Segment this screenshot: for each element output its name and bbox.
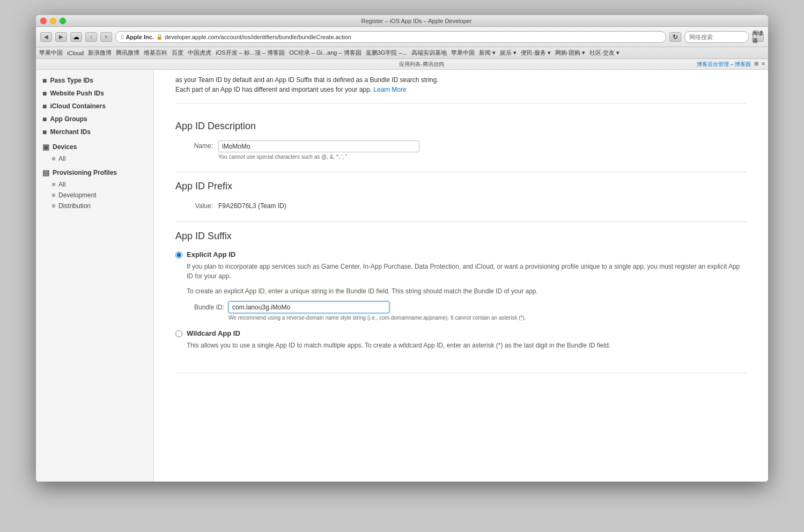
minimize-button[interactable] — [50, 18, 56, 24]
back-button[interactable]: ◀ — [40, 32, 52, 42]
explicit-desc1: If you plan to incorporate app services … — [187, 262, 747, 281]
bundle-id-input[interactable] — [228, 301, 389, 313]
bookmark-item[interactable]: 娱乐 ▾ — [500, 49, 517, 57]
explicit-radio[interactable] — [175, 252, 182, 258]
cloud-button[interactable]: ☁ — [70, 32, 82, 42]
info-bar-link[interactable]: 博客后台管理 – 博客园 — [697, 61, 751, 68]
explicit-option: Explicit App ID If you plan to incorpora… — [175, 250, 747, 321]
sidebar-item-provisioning-development[interactable]: Development — [36, 190, 153, 201]
maximize-button[interactable] — [60, 18, 66, 24]
bookmark-item[interactable]: 苹果中国 — [39, 49, 63, 57]
merchant-ids-icon: ■ — [42, 128, 47, 136]
name-input[interactable] — [218, 141, 419, 152]
bullet-icon — [52, 157, 55, 160]
value-field-row: Value: F9A26D76L3 (Team ID) — [175, 201, 747, 210]
sidebar-item-icloud-containers[interactable]: ■ iCloud Containers — [36, 100, 153, 113]
main-content: as your Team ID by default and an App ID… — [154, 70, 768, 482]
bookmark-item[interactable]: 中国虎虎 — [188, 49, 211, 57]
bundle-id-row: Bundle ID: — [187, 301, 747, 313]
sidebar-label-website-push-ids: Website Push IDs — [50, 90, 104, 97]
icloud-containers-icon: ■ — [42, 102, 47, 110]
titlebar: Register – iOS App IDs – Apple Developer — [36, 15, 768, 27]
bookmark-item[interactable]: 苹果中国 — [451, 49, 475, 57]
sidebar-item-pass-type-ids[interactable]: ■ Pass Type IDs — [36, 74, 153, 87]
bookmarks-bar: 苹果中国 iCloud 新浪微博 腾讯微博 维基百科 百度 中国虎虎 iOS开发… — [36, 47, 768, 59]
forward-button[interactable]: ▶ — [55, 32, 67, 42]
pass-type-ids-icon: ■ — [42, 76, 47, 85]
reader-button[interactable]: 阅读器 — [752, 32, 764, 42]
prefix-section: App ID Prefix Value: F9A26D76L3 (Team ID… — [175, 172, 747, 222]
website-push-ids-icon: ■ — [42, 89, 47, 98]
app-groups-icon: ■ — [42, 115, 47, 123]
bundle-id-hint: We recommend using a reverse-domain name… — [228, 315, 747, 321]
explicit-label: Explicit App ID — [187, 250, 747, 258]
bullet-icon — [52, 183, 55, 186]
sidebar: ■ Pass Type IDs ■ Website Push IDs ■ iCl… — [36, 70, 154, 482]
learn-more-link[interactable]: Learn More — [373, 86, 406, 93]
sidebar-label-app-groups: App Groups — [50, 115, 87, 123]
name-hint: You cannot use special characters such a… — [218, 154, 419, 160]
sidebar-item-provisioning-profiles[interactable]: ▤ Provisioning Profiles — [36, 166, 153, 179]
value-text: F9A26D76L3 (Team ID) — [218, 201, 286, 210]
bookmark-item[interactable]: 新闻 ▾ — [479, 49, 496, 57]
wildcard-content: Wildcard App ID This allows you to use a… — [187, 329, 747, 356]
bookmark-item[interactable]: 新浪微博 — [88, 49, 112, 57]
bookmark-item[interactable]: OC经承 – Gi...ang – 博客园 — [289, 49, 361, 57]
sidebar-label-merchant-ids: Merchant IDs — [50, 128, 90, 136]
suffix-section: App ID Suffix Explicit App ID If you pla… — [175, 222, 747, 373]
sidebar-item-devices[interactable]: ▣ Devices — [36, 141, 153, 153]
sidebar-label-pass-type-ids: Pass Type IDs — [50, 77, 93, 84]
sidebar-item-provisioning-all[interactable]: All — [36, 179, 153, 190]
bullet-icon — [52, 204, 55, 208]
description-title: App ID Description — [175, 121, 747, 132]
bookmark-item[interactable]: 社区·交友 ▾ — [589, 49, 619, 57]
value-label: Value: — [175, 201, 218, 210]
sidebar-item-provisioning-distribution[interactable]: Distribution — [36, 201, 153, 211]
devices-icon: ▣ — [42, 143, 49, 151]
sidebar-item-merchant-ids[interactable]: ■ Merchant IDs — [36, 125, 153, 138]
bookmark-item[interactable]: 维基百科 — [144, 49, 167, 57]
info-bar: 应用列表-腾讯信鸽 博客后台管理 – 博客园 ⊞ ≡ — [36, 59, 768, 70]
sidebar-label-devices-all: All — [58, 155, 65, 162]
add-tab-button[interactable]: + — [100, 32, 112, 42]
page-body: as your Team ID by default and an App ID… — [154, 70, 768, 389]
intro-text1: as your Team ID by default and an App ID… — [175, 76, 439, 84]
share-button[interactable]: ↑ — [85, 32, 97, 42]
bookmark-item[interactable]: iCloud — [67, 50, 84, 56]
refresh-button[interactable]: ↻ — [669, 32, 681, 42]
wildcard-radio[interactable] — [175, 330, 182, 337]
bookmark-item[interactable]: 高端实训基地 — [411, 49, 447, 57]
info-bar-right: 博客后台管理 – 博客园 ⊞ ≡ — [697, 61, 765, 68]
search-input[interactable] — [684, 31, 749, 43]
browser-window: Register – iOS App IDs – Apple Developer… — [36, 15, 768, 482]
prefix-title: App ID Prefix — [175, 181, 747, 192]
name-value-area: You cannot use special characters such a… — [218, 141, 419, 160]
sidebar-item-app-groups[interactable]: ■ App Groups — [36, 113, 153, 125]
sidebar-item-devices-all[interactable]: All — [36, 153, 153, 164]
close-button[interactable] — [40, 18, 47, 24]
sidebar-label-provisioning-distribution: Distribution — [58, 202, 91, 210]
bullet-icon — [52, 194, 55, 197]
bookmark-item[interactable]: 腾讯微博 — [116, 49, 139, 57]
apple-logo-icon:  — [121, 33, 123, 41]
bookmark-item[interactable]: 蓝鹏3G学院 –... — [366, 49, 407, 57]
url-text: developer.apple.com/account/ios/identifi… — [165, 34, 351, 40]
suffix-title: App ID Suffix — [175, 231, 747, 242]
description-section: App ID Description Name: You cannot use … — [175, 112, 747, 172]
sidebar-item-website-push-ids[interactable]: ■ Website Push IDs — [36, 87, 153, 100]
name-field-row: Name: You cannot use special characters … — [175, 141, 747, 160]
sidebar-label-icloud-containers: iCloud Containers — [50, 102, 105, 110]
name-label: Name: — [175, 141, 218, 150]
sidebar-label-provisioning-all: All — [58, 181, 65, 188]
explicit-content: Explicit App ID If you plan to incorpora… — [187, 250, 747, 321]
lock-icon: 🔒 — [156, 34, 163, 40]
info-settings-icon[interactable]: ≡ — [762, 61, 765, 68]
address-bar[interactable]:  Apple Inc. 🔒 developer.apple.com/accou… — [115, 31, 666, 43]
bookmark-item[interactable]: 便民·服务 ▾ — [521, 49, 551, 57]
bookmark-item[interactable]: iOS开发 – 标...顶 – 博客园 — [216, 49, 285, 57]
explicit-desc2: To create an explicit App ID, enter a un… — [187, 286, 747, 296]
info-expand-icon[interactable]: ⊞ — [754, 61, 758, 68]
intro-text2: Each part of an App ID has different and… — [175, 86, 372, 93]
bookmark-item[interactable]: 百度 — [172, 49, 183, 57]
bookmark-item[interactable]: 网购·团购 ▾ — [555, 49, 585, 57]
